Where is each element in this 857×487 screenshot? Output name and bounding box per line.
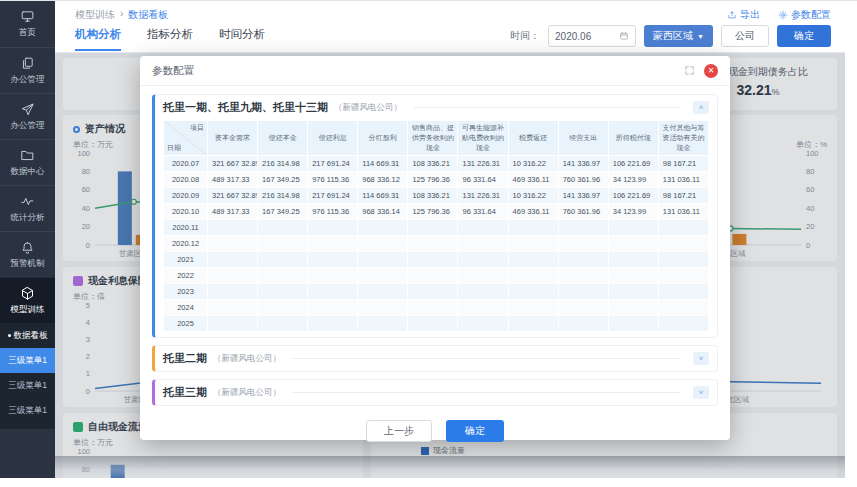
value-cell: 469 336.11 [508, 172, 558, 188]
bullet-icon [8, 334, 11, 337]
value-cell [408, 300, 458, 316]
value-cell [258, 300, 308, 316]
sidebar-item-menu3-1[interactable]: 三级菜单1 [0, 348, 55, 373]
value-cell [408, 220, 458, 236]
param-config-link[interactable]: 参数配置 [778, 8, 831, 22]
value-cell: 216 314.98 [258, 156, 308, 172]
column-header: 所得税付现 [608, 121, 658, 156]
sidebar-item-label: 数据看板 [14, 330, 48, 342]
previous-step-button[interactable]: 上一步 [366, 420, 432, 442]
project-section-collapsed: 托里三期（新疆风电公司）˅ [152, 379, 718, 406]
chevron-up-icon[interactable]: ˄ [693, 101, 709, 114]
value-cell [458, 300, 508, 316]
close-icon[interactable]: ✕ [704, 64, 718, 78]
value-cell [608, 220, 658, 236]
column-header: 偿还利息 [308, 121, 358, 156]
value-cell [458, 236, 508, 252]
value-cell [258, 316, 308, 332]
value-cell [458, 252, 508, 268]
value-cell [308, 300, 358, 316]
value-cell [358, 268, 408, 284]
sidebar-item-office-2[interactable]: 办公管理 [0, 93, 55, 139]
sidebar-item-menu3-2[interactable]: 三级菜单1 [0, 373, 55, 398]
chevron-down-icon[interactable]: ˅ [693, 386, 709, 399]
section-header[interactable]: 托里一期、托里九期、托里十三期 （新疆风电公司） ˄ [163, 100, 709, 115]
column-header: 偿还本金 [258, 121, 308, 156]
modal-confirm-button[interactable]: 确定 [446, 420, 504, 442]
value-cell [608, 236, 658, 252]
date-cell: 2020.09 [164, 188, 208, 204]
export-link[interactable]: 导出 [727, 8, 760, 22]
date-input[interactable]: 2020.06 [548, 25, 636, 47]
sidebar: 首页办公管理办公管理数据中心统计分析预警机制模型训练 数据看板三级菜单1三级菜单… [0, 1, 55, 478]
sidebar-item-stats[interactable]: 统计分析 [0, 185, 55, 231]
tab-time[interactable]: 时间分析 [219, 27, 265, 51]
value-cell [508, 300, 558, 316]
value-cell [258, 220, 308, 236]
column-header: 经营支出 [558, 121, 608, 156]
breadcrumb-current[interactable]: 数据看板 [128, 8, 168, 22]
sidebar-item-alert[interactable]: 预警机制 [0, 231, 55, 277]
value-cell: 125 796.36 [408, 172, 458, 188]
region-dropdown[interactable]: 蒙西区域 ▼ [644, 25, 713, 47]
sidebar-item-home[interactable]: 首页 [0, 1, 55, 47]
value-cell [608, 284, 658, 300]
sidebar-item-label: 三级菜单1 [8, 355, 47, 367]
tab-org[interactable]: 机构分析 [75, 27, 121, 51]
value-cell: 131 036.11 [658, 204, 708, 220]
value-cell [658, 268, 708, 284]
section-company: （新疆风电公司） [213, 353, 281, 365]
value-cell: 167 349.25 [258, 204, 308, 220]
value-cell: 34 123.99 [608, 204, 658, 220]
value-cell [608, 300, 658, 316]
value-cell [358, 236, 408, 252]
value-cell [658, 316, 708, 332]
date-cell: 2025 [164, 316, 208, 332]
sidebar-item-model-training[interactable]: 模型训练 [0, 277, 55, 323]
divider [293, 358, 681, 359]
breadcrumb-separator: › [120, 8, 123, 22]
model-icon [20, 286, 35, 301]
value-cell: 131 036.11 [658, 172, 708, 188]
section-header[interactable]: 托里三期（新疆风电公司）˅ [163, 385, 709, 400]
date-cell: 2020.12 [164, 236, 208, 252]
column-header: 支付其他与筹资活动有关的现金 [658, 121, 708, 156]
sidebar-item-data-board[interactable]: 数据看板 [0, 323, 55, 348]
value-cell: 114 669.31 [358, 188, 408, 204]
breadcrumb: 模型训练 › 数据看板 [75, 8, 168, 22]
table-row: 2021 [164, 252, 709, 268]
sidebar-item-office-1[interactable]: 办公管理 [0, 47, 55, 93]
fullscreen-icon[interactable] [684, 65, 695, 76]
value-cell [508, 284, 558, 300]
date-cell: 2024 [164, 300, 208, 316]
value-cell [308, 284, 358, 300]
value-cell [658, 220, 708, 236]
value-cell: 106 221.69 [608, 156, 658, 172]
send-icon [20, 102, 35, 117]
table-row: 2025 [164, 316, 709, 332]
value-cell [358, 252, 408, 268]
column-header: 可再生能源补贴电费收到的现金 [458, 121, 508, 156]
sidebar-item-label: 统计分析 [11, 212, 45, 224]
tab-bar: 机构分析指标分析时间分析 [75, 27, 265, 51]
date-cell: 2023 [164, 284, 208, 300]
value-cell: 489 317.33 [208, 172, 258, 188]
value-cell: 976 115.36 [308, 204, 358, 220]
chevron-down-icon[interactable]: ˅ [693, 352, 709, 365]
sidebar-item-menu3-3[interactable]: 三级菜单1 [0, 398, 55, 423]
tab-metric[interactable]: 指标分析 [147, 27, 193, 51]
value-cell [458, 316, 508, 332]
copy-icon [20, 56, 35, 71]
app-window: 首页办公管理办公管理数据中心统计分析预警机制模型训练 数据看板三级菜单1三级菜单… [0, 0, 857, 487]
calendar-icon [619, 31, 629, 41]
header-confirm-button[interactable]: 确定 [777, 25, 831, 47]
company-button[interactable]: 公司 [721, 25, 769, 47]
sidebar-item-data-center[interactable]: 数据中心 [0, 139, 55, 185]
column-header: 资本金需求 [208, 121, 258, 156]
value-cell [308, 236, 358, 252]
modal-body: 托里一期、托里九期、托里十三期 （新疆风电公司） ˄ 项目 日期 资本金需求偿还… [140, 86, 730, 452]
date-cell: 2020.08 [164, 172, 208, 188]
date-cell: 2020.10 [164, 204, 208, 220]
section-header[interactable]: 托里二期（新疆风电公司）˅ [163, 351, 709, 366]
value-cell [358, 316, 408, 332]
